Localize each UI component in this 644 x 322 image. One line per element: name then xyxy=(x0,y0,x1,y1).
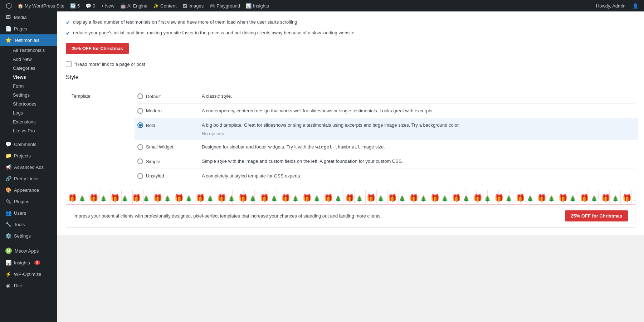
sidebar-item-divi[interactable]: ◉ Divi xyxy=(0,280,57,291)
divi-icon: ◉ xyxy=(5,283,11,288)
christmas-decoration: 🎁 🎄 xyxy=(66,190,635,205)
svg-rect-2 xyxy=(66,190,635,204)
media-icon: 🖼 xyxy=(5,14,11,20)
content-area: ✔ display a fixed number of testimonials… xyxy=(57,11,644,322)
wp-logo[interactable]: ⬡ xyxy=(3,0,15,11)
christmas-button-bottom[interactable]: 25% OFF for Christmas xyxy=(565,210,628,221)
users-icon: 👥 xyxy=(5,210,11,216)
sidebar-item-shortcodes[interactable]: Shortcodes xyxy=(13,99,57,108)
template-radio-small-widget[interactable] xyxy=(137,144,143,150)
christmas-promo-banner: 🎁 🎄 Impress your potential clients with … xyxy=(66,190,635,228)
checkmark-icon-2: ✔ xyxy=(66,30,70,37)
sidebar-item-pages[interactable]: 📄 Pages xyxy=(0,23,57,34)
pretty-links-icon: 🔗 xyxy=(5,176,11,181)
template-radio-default[interactable] xyxy=(137,93,143,99)
playground-button[interactable]: 🎮 Playground xyxy=(206,0,243,11)
updates-icon: 🔄 xyxy=(70,3,76,9)
projects-icon: 📁 xyxy=(5,153,11,158)
template-name-default: Default xyxy=(146,94,161,99)
sidebar-item-settings[interactable]: Settings xyxy=(13,91,57,99)
christmas-promo-text: Impress your potential clients with prof… xyxy=(73,213,559,220)
template-row-default: Default A classic style. xyxy=(137,89,635,104)
site-name[interactable]: 🏠 My WordPress Site xyxy=(15,0,67,11)
check-item-1: ✔ display a fixed number of testimonials… xyxy=(66,19,635,26)
template-name-modern: Modern xyxy=(146,108,162,113)
ai-icon: 🤖 xyxy=(120,3,126,9)
insights-badge: 3 xyxy=(34,260,40,265)
template-radio-unstyled[interactable] xyxy=(137,173,143,179)
tools-icon: 🔧 xyxy=(5,221,11,227)
christmas-decoration-svg: 🎁 🎄 xyxy=(66,190,635,205)
sidebar-item-plugins[interactable]: 🔌 Plugins xyxy=(0,196,57,207)
template-name-unstyled: Unstyled xyxy=(146,173,164,179)
template-desc-modern: A contemporary, centered design that wor… xyxy=(202,107,434,114)
sidebar-item-categories[interactable]: Categories xyxy=(13,64,57,73)
sidebar-item-meow-apps[interactable]: M Meow Apps xyxy=(0,245,57,257)
sidebar-item-logs[interactable]: Logs xyxy=(13,108,57,117)
christmas-body: Impress your potential clients with prof… xyxy=(66,205,635,227)
check-item-2: ✔ reduce your page's initial load time, … xyxy=(66,29,635,37)
pages-icon: 📄 xyxy=(5,26,11,31)
content-button[interactable]: ✨ Content xyxy=(150,0,180,11)
read-more-checkbox-row: "Read more" link to a page or post xyxy=(66,61,635,67)
insights-sidebar-icon: 📊 xyxy=(5,260,11,265)
sidebar-item-pretty-links[interactable]: 🔗 Pretty Links xyxy=(0,173,57,184)
template-desc-small-widget: Designed for sidebar and footer widgets.… xyxy=(202,143,385,151)
template-desc-default: A classic style. xyxy=(202,93,232,100)
sidebar-item-insights[interactable]: 📊 Insights 3 xyxy=(0,257,57,268)
plugins-icon: 🔌 xyxy=(5,199,11,204)
style-heading: Style xyxy=(66,74,635,83)
testimonials-submenu: All Testimonials Add New Categories View… xyxy=(0,46,57,135)
images-icon: 🖼 xyxy=(182,3,187,9)
read-more-checkbox[interactable] xyxy=(66,61,72,67)
template-name-simple: Simple xyxy=(146,159,160,164)
template-row-modern: Modern A contemporary, centered design t… xyxy=(137,104,635,118)
sidebar-item-views[interactable]: Views xyxy=(13,73,57,82)
template-row-small-widget: Small Widget Designed for sidebar and fo… xyxy=(137,140,635,155)
sidebar-item-lite-vs-pro[interactable]: Lite vs Pro xyxy=(13,126,57,135)
sidebar-item-form[interactable]: Form xyxy=(13,82,57,91)
sidebar: 🖼 Media 📄 Pages ⭐ Testimonials All Testi… xyxy=(0,11,57,322)
comments-button[interactable]: 💬 0 xyxy=(83,0,98,11)
updates-button[interactable]: 🔄 5 xyxy=(67,0,83,11)
read-more-label: "Read more" link to a page or post xyxy=(74,62,145,67)
meow-apps-icon: M xyxy=(5,248,12,254)
admin-bar: ⬡ 🏠 My WordPress Site 🔄 5 💬 0 + New 🤖 AI… xyxy=(0,0,644,11)
sidebar-item-wp-optimize[interactable]: ⚡ WP-Optimize xyxy=(0,268,57,280)
comments-icon: 💬 xyxy=(86,3,91,9)
sidebar-item-tools[interactable]: 🔧 Tools xyxy=(0,219,57,230)
ai-engine-button[interactable]: 🤖 AI Engine xyxy=(117,0,150,11)
christmas-button-top[interactable]: 25% OFF for Christmas xyxy=(66,43,129,54)
template-no-options-bold: No options xyxy=(202,131,460,136)
sidebar-item-projects[interactable]: 📁 Projects xyxy=(0,150,57,161)
playground-icon: 🎮 xyxy=(209,3,215,9)
template-header-row: Template Default A classic style. xyxy=(66,89,635,183)
sidebar-item-media[interactable]: 🖼 Media xyxy=(0,11,57,23)
sidebar-item-appearance[interactable]: 🎨 Appearance xyxy=(0,184,57,196)
template-radio-modern[interactable] xyxy=(137,108,143,114)
sidebar-item-add-new[interactable]: Add New xyxy=(13,55,57,64)
template-radio-bold[interactable] xyxy=(137,122,143,128)
advanced-ads-icon: 📢 xyxy=(5,164,11,170)
sidebar-item-testimonials[interactable]: ⭐ Testimonials xyxy=(0,34,57,46)
new-button[interactable]: + New xyxy=(98,0,117,11)
images-button[interactable]: 🖼 Images xyxy=(180,0,207,11)
appearance-icon: 🎨 xyxy=(5,187,11,193)
template-name-small-widget: Small Widget xyxy=(146,144,174,150)
sidebar-item-advanced-ads[interactable]: 📢 Advanced Ads xyxy=(0,161,57,173)
testimonials-icon: ⭐ xyxy=(5,37,11,43)
template-desc-bold: A big bold template. Great for slideshow… xyxy=(202,122,460,129)
template-row-bold: Bold A big bold template. Great for slid… xyxy=(135,118,638,140)
home-icon: 🏠 xyxy=(18,3,23,9)
sidebar-item-comments[interactable]: 💬 Comments xyxy=(0,138,57,150)
sidebar-item-all-testimonials[interactable]: All Testimonials xyxy=(13,46,57,55)
sidebar-item-extensions[interactable]: Extensions xyxy=(13,117,57,126)
check-list: ✔ display a fixed number of testimonials… xyxy=(66,19,635,37)
sidebar-item-settings-main[interactable]: ⚙️ Settings xyxy=(0,230,57,241)
page-content: ✔ display a fixed number of testimonials… xyxy=(57,11,644,235)
template-radio-simple[interactable] xyxy=(137,158,143,164)
avatar-icon[interactable]: 👤 xyxy=(630,3,641,9)
insights-top-button[interactable]: 📊 Insights xyxy=(243,0,272,11)
comments-sidebar-icon: 💬 xyxy=(5,141,11,147)
sidebar-item-users[interactable]: 👥 Users xyxy=(0,207,57,219)
